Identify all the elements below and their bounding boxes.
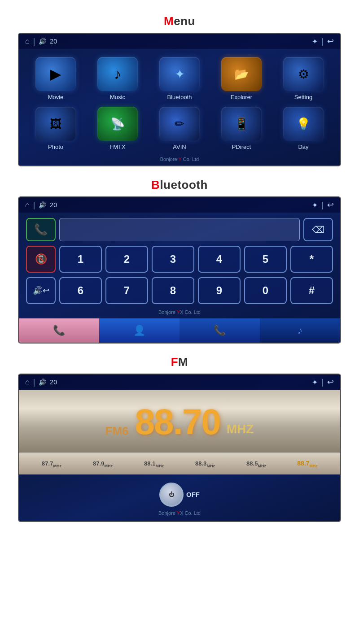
bt-bottom-tabs: 📞 👤 📞 ♪ (19, 318, 340, 343)
fm-off-area: ⏻ OFF Bonjore YX Co. Ltd (19, 474, 340, 521)
explorer-icon-box: 📂 (221, 57, 262, 91)
bt-screen-inner: ⌂ | 🔊 20 ✦ | ↩ 📞 ⌫ 📵 (19, 197, 340, 343)
fm-screen-inner: ⌂ | 🔊 20 ✦ | ↩ FM6 88.70 MHZ 87.7MHz 87.… (19, 374, 340, 521)
bt-phone-input[interactable] (59, 218, 300, 241)
bt-status-right: ✦ | ↩ (312, 200, 334, 210)
bt-tab-recent[interactable]: 📞 (180, 318, 260, 343)
fm-back-icon[interactable]: ↩ (327, 377, 334, 387)
bt-key-0[interactable]: 0 (244, 277, 287, 304)
bt-bluetooth-icon: ✦ (312, 201, 318, 209)
music-icon-box: ♪ (97, 57, 138, 91)
fm-bluetooth-icon: ✦ (312, 378, 318, 387)
fmtx-icon-box: 📡 (97, 107, 138, 141)
home-icon[interactable]: ⌂ (25, 37, 30, 45)
bluetooth-status-icon: ✦ (312, 37, 318, 46)
setting-icon-box: ⚙ (283, 57, 324, 91)
bt-key-star[interactable]: * (290, 246, 333, 273)
menu-status-left: ⌂ | 🔊 20 (25, 37, 57, 46)
menu-item-day[interactable]: 💡 Day (276, 107, 331, 150)
back-icon[interactable]: ↩ (327, 36, 334, 46)
music-icon: ♪ (114, 66, 121, 83)
menu-status-right: ✦ | ↩ (312, 36, 334, 46)
menu-title: Menu (164, 14, 195, 28)
bt-status-left: ⌂ | 🔊 20 (25, 200, 57, 210)
bt-row2: 🔊↩ 6 7 8 9 0 # (26, 277, 333, 304)
bt-speaker-button[interactable]: 🔊↩ (26, 277, 56, 304)
bt-tab-music[interactable]: ♪ (260, 318, 340, 343)
pdirect-icon-box: 📱 (221, 107, 262, 141)
fm-status-left: ⌂ | 🔊 20 (25, 378, 57, 387)
bt-content: 📞 ⌫ 📵 1 2 3 4 5 * (19, 213, 340, 308)
day-icon-box: 💡 (283, 107, 324, 141)
bt-dialpad: 📞 ⌫ 📵 1 2 3 4 5 * (26, 218, 333, 304)
day-icon: 💡 (296, 117, 311, 131)
bt-key-7[interactable]: 7 (105, 277, 148, 304)
bt-home-icon[interactable]: ⌂ (25, 201, 30, 209)
menu-item-explorer[interactable]: 📂 Explorer (214, 57, 269, 100)
fm-preset-1[interactable]: 87.7MHz (26, 458, 77, 470)
bt-tab-contacts[interactable]: 👤 (99, 318, 180, 343)
fm-off-label: OFF (186, 491, 200, 498)
bt-key-6[interactable]: 6 (59, 277, 102, 304)
fm-power-button[interactable]: ⏻ (159, 483, 184, 507)
avin-label: AVIN (173, 144, 186, 150)
avin-icon: ✏ (175, 117, 184, 131)
menu-watermark: Bonjore Y Co. Ltd (19, 155, 340, 165)
pdirect-icon: 📱 (234, 117, 249, 131)
fm-preset-4[interactable]: 88.3MHz (180, 458, 231, 470)
fm-presets-bar: 87.7MHz 87.9MHz 88.1MHz 88.3MHz 88.5MHz … (19, 453, 340, 474)
bt-key-9[interactable]: 9 (198, 277, 241, 304)
menu-item-photo[interactable]: 🖼 Photo (28, 107, 83, 150)
fm-volume-value: 20 (50, 379, 57, 386)
fmtx-icon: 📡 (110, 117, 125, 131)
bt-key-8[interactable]: 8 (152, 277, 194, 304)
fm-off-row: ⏻ OFF (159, 483, 200, 507)
bluetooth-icon-box: ✦ (159, 57, 200, 91)
fm-watermark: Bonjore YX Co. Ltd (158, 509, 201, 517)
bt-tab-call[interactable]: 📞 (19, 318, 99, 343)
bt-row1: 📵 1 2 3 4 5 * (26, 246, 333, 273)
movie-label: Movie (48, 94, 64, 100)
fm-channel-label: FM6 (105, 424, 129, 442)
menu-status-bar: ⌂ | 🔊 20 ✦ | ↩ (19, 34, 340, 49)
menu-item-music[interactable]: ♪ Music (90, 57, 145, 100)
setting-label: Setting (294, 94, 312, 100)
fm-status-right: ✦ | ↩ (312, 377, 334, 387)
fm-preset-3[interactable]: 88.1MHz (128, 458, 180, 470)
bt-key-1[interactable]: 1 (59, 246, 102, 273)
fm-home-icon[interactable]: ⌂ (25, 378, 30, 386)
bt-hangup-button[interactable]: 📵 (26, 246, 56, 273)
menu-item-bluetooth[interactable]: ✦ Bluetooth (152, 57, 207, 100)
bt-back-icon[interactable]: ↩ (327, 200, 334, 210)
fm-preset-6[interactable]: 88.7MHz (282, 458, 333, 470)
movie-icon: ▶ (50, 65, 61, 83)
fm-preset-2[interactable]: 87.9MHz (77, 458, 128, 470)
day-label: Day (298, 144, 308, 150)
bt-key-5[interactable]: 5 (244, 246, 287, 273)
bt-top-row: 📞 ⌫ (26, 218, 333, 241)
bt-backspace-button[interactable]: ⌫ (303, 218, 333, 241)
bt-key-2[interactable]: 2 (105, 246, 148, 273)
fm-title-letter: F (171, 355, 178, 369)
menu-item-avin[interactable]: ✏ AVIN (152, 107, 207, 150)
menu-item-pdirect[interactable]: 📱 PDirect (214, 107, 269, 150)
fmtx-label: FMTX (109, 144, 125, 150)
menu-item-setting[interactable]: ⚙ Setting (276, 57, 331, 100)
bt-call-button[interactable]: 📞 (26, 218, 56, 241)
bt-key-hash[interactable]: # (290, 277, 333, 304)
explorer-icon: 📂 (234, 67, 249, 81)
pdirect-label: PDirect (232, 144, 251, 150)
explorer-label: Explorer (231, 94, 252, 100)
photo-label: Photo (48, 144, 63, 150)
menu-item-fmtx[interactable]: 📡 FMTX (90, 107, 145, 150)
bluetooth-label: Bluetooth (167, 94, 192, 100)
bt-key-3[interactable]: 3 (152, 246, 194, 273)
fm-unit: MHZ (227, 422, 254, 442)
bt-key-4[interactable]: 4 (198, 246, 241, 273)
fm-preset-5[interactable]: 88.5MHz (231, 458, 282, 470)
menu-screen-inner: ⌂ | 🔊 20 ✦ | ↩ ▶ Movie ♪ (19, 34, 340, 165)
movie-icon-box: ▶ (35, 57, 76, 91)
bluetooth-title-letter: B (151, 178, 160, 191)
volume-value: 20 (50, 38, 57, 45)
menu-item-movie[interactable]: ▶ Movie (28, 57, 83, 100)
